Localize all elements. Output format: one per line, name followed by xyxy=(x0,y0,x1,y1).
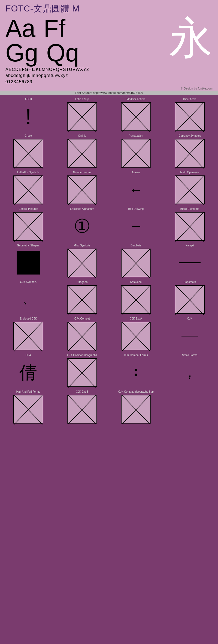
dot-2 xyxy=(135,374,137,376)
placeholder-box-6-1 xyxy=(67,322,97,350)
circled-1-char: ① xyxy=(74,215,91,237)
cell-label-6-3: CJK xyxy=(187,317,192,320)
placeholder-box-2-3 xyxy=(175,175,205,204)
grid-cell-6-2: CJK Ext A xyxy=(109,316,163,352)
grid-cell-0-0: ASCII! xyxy=(1,96,55,133)
cell-content-8-3 xyxy=(174,391,205,421)
placeholder-box-6-0 xyxy=(13,322,43,350)
grid-container: ASCII!Latin 1 SupModifier LettersDiacrit… xyxy=(0,95,218,427)
cell-label-6-0: Enclosed CJK xyxy=(20,317,37,320)
cell-label-4-1: Misc Symbols xyxy=(74,244,90,247)
latin-char-gg: Gg xyxy=(5,41,38,65)
exclamation-char: ! xyxy=(25,106,31,127)
grid-cell-5-3: Bopomofo xyxy=(163,279,217,316)
cell-content-1-3 xyxy=(174,138,205,168)
grid-row-5: CJK Symbols、HiraganaKatakanaBopomofo xyxy=(1,279,217,316)
placeholder-box-4-1 xyxy=(67,249,97,277)
alphabet-lower: abcdefghijklmnopqrstuvwxyz xyxy=(5,73,213,79)
grid-cell-4-2: Dingbats xyxy=(109,243,163,279)
header: FOTC-文鼎圓體 M Aa Ff Gg Qq 永 ABCDEFGHIJKLMN… xyxy=(0,0,218,91)
cell-content-6-3 xyxy=(174,321,205,351)
grid-cell-0-2: Modifier Letters xyxy=(109,96,163,133)
latin-row-2: Gg Qq xyxy=(5,41,166,65)
placeholder-box-0-1 xyxy=(67,102,97,131)
cell-content-4-2 xyxy=(120,248,152,278)
grid-row-6: Enclosed CJKCJK CompatCJK Ext ACJK xyxy=(1,316,217,352)
ideographic-comma: 、 xyxy=(23,292,34,307)
cell-label-7-2: CJK Compat Forms xyxy=(124,354,148,357)
cell-label-8-0: Half And Full Forms xyxy=(16,390,40,393)
cell-content-3-2: — xyxy=(120,211,152,241)
short-dash xyxy=(181,336,198,336)
cell-label-1-0: Greek xyxy=(25,134,32,137)
digits: 0123456789 xyxy=(5,79,213,85)
cell-content-7-1 xyxy=(66,357,98,387)
grid-cell-5-2: Katakana xyxy=(109,279,163,316)
cell-label-8-2: CJK Compat Ideographs Sup xyxy=(118,390,154,393)
two-dots xyxy=(135,369,137,376)
dot-1 xyxy=(135,369,137,371)
placeholder-box-1-3 xyxy=(175,139,205,168)
placeholder-box-3-0 xyxy=(13,212,43,241)
grid-cell-4-0: Geometric Shapes xyxy=(1,243,55,279)
grid-cell-8-0: Half And Full Forms xyxy=(1,389,55,425)
grid-cell-1-0: Greek xyxy=(1,133,55,169)
cell-label-4-3: Kangxi xyxy=(186,244,194,247)
grid-cell-7-1: CJK Compat Ideographs xyxy=(55,352,109,389)
placeholder-box-3-3 xyxy=(175,212,205,241)
cell-content-4-1 xyxy=(66,248,98,278)
grid-cell-5-1: Hiragana xyxy=(55,279,109,316)
cell-label-3-0: Control Pictures xyxy=(19,207,38,210)
cjk-preview-char: 永 xyxy=(169,16,213,60)
grid-cell-8-1: CJK Ext B xyxy=(55,389,109,425)
cell-content-0-0: ! xyxy=(13,102,44,132)
font-preview: Aa Ff Gg Qq 永 xyxy=(5,16,213,65)
grid-cell-0-3: Diacriticals xyxy=(163,96,217,133)
placeholder-box-0-3 xyxy=(175,102,205,131)
placeholder-box-2-1 xyxy=(67,175,97,204)
cell-content-7-3: ， xyxy=(174,357,205,387)
cell-label-2-0: Letterlike Symbols xyxy=(17,171,40,174)
cell-content-2-3 xyxy=(174,175,205,205)
long-dash xyxy=(179,262,201,263)
latin-char-qq: Qq xyxy=(46,41,79,65)
grid-row-3: Control PicturesEnclosed Alphanum①Box Dr… xyxy=(1,206,217,243)
grid-cell-3-3: Block Elements xyxy=(163,206,217,243)
cell-label-7-3: Small Forms xyxy=(182,354,197,357)
copyright: © Design by fontke.com xyxy=(5,86,213,91)
grid-row-1: GreekCyrillicPunctuationCurrency Symbols xyxy=(1,133,217,169)
cell-label-1-1: Cyrillic xyxy=(78,134,86,137)
placeholder-box-5-1 xyxy=(67,285,97,314)
cell-label-7-1: CJK Compat Ideographs xyxy=(67,354,97,357)
cell-content-5-0: 、 xyxy=(13,284,44,314)
cell-content-6-1 xyxy=(66,321,98,351)
cell-content-0-3 xyxy=(174,102,205,132)
cell-label-3-2: Box Drawing xyxy=(128,207,144,210)
grid-cell-2-0: Letterlike Symbols xyxy=(1,169,55,206)
grid-cell-8-3 xyxy=(163,389,217,425)
grid-cell-0-1: Latin 1 Sup xyxy=(55,96,109,133)
cell-label-5-0: CJK Symbols xyxy=(20,281,37,284)
grid-cell-3-0: Control Pictures xyxy=(1,206,55,243)
grid-cell-2-2: Arrows← xyxy=(109,169,163,206)
black-square xyxy=(17,251,40,275)
cell-content-5-1 xyxy=(66,284,98,314)
grid-cell-1-1: Cyrillic xyxy=(55,133,109,169)
grid-cell-8-2: CJK Compat Ideographs Sup xyxy=(109,389,163,425)
cell-content-4-0 xyxy=(13,248,44,278)
grid-cell-3-1: Enclosed Alphanum① xyxy=(55,206,109,243)
placeholder-box-8-2 xyxy=(121,395,151,424)
grid-row-2: Letterlike SymbolsNumber FormsArrows←Mat… xyxy=(1,169,217,206)
cell-label-7-0: PUA xyxy=(25,354,31,357)
cell-label-5-3: Bopomofo xyxy=(183,281,196,284)
fullwidth-comma: ， xyxy=(183,363,196,382)
placeholder-box-4-2 xyxy=(121,249,151,277)
cell-content-1-1 xyxy=(66,138,98,168)
cell-content-7-2 xyxy=(120,357,152,387)
cell-content-7-0: 倩 xyxy=(13,357,44,387)
cell-content-8-1 xyxy=(66,394,98,424)
cell-label-6-1: CJK Compat xyxy=(74,317,90,320)
cell-content-3-1: ① xyxy=(66,211,98,241)
cell-label-4-0: Geometric Shapes xyxy=(17,244,40,247)
cell-label-2-1: Number Forms xyxy=(73,171,91,174)
